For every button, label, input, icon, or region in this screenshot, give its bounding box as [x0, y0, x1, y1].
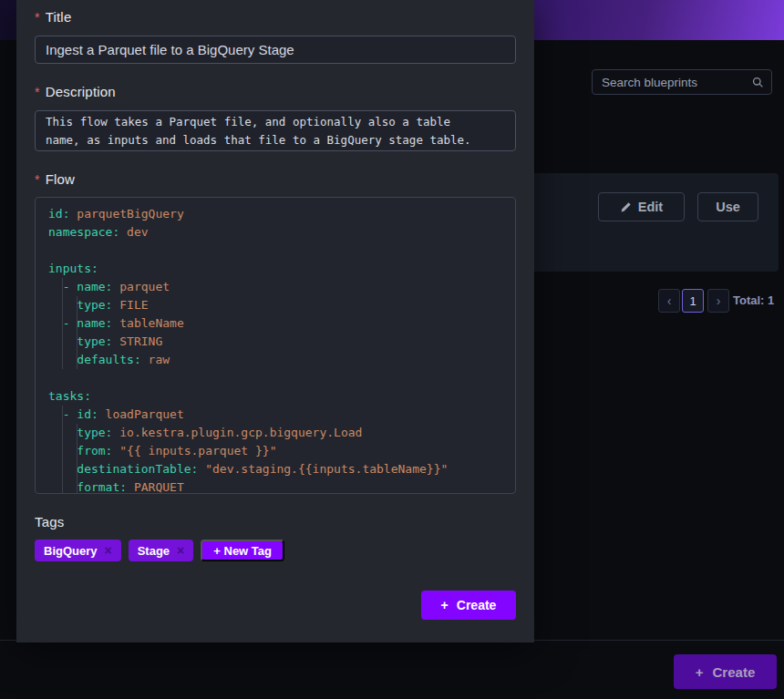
code-line: - name: parquet — [48, 278, 515, 296]
indent-guide — [62, 406, 63, 494]
code-line: id: parquetBigQuery — [48, 205, 515, 223]
flow-label: * Flow — [35, 171, 516, 187]
remove-tag-icon[interactable]: × — [177, 543, 184, 558]
tag-pill-bigquery[interactable]: BigQuery× — [35, 540, 121, 561]
pagination-prev-button[interactable]: ‹ — [658, 289, 680, 313]
tags-row: BigQuery×Stage× + New Tag — [35, 540, 516, 561]
new-tag-button[interactable]: + New Tag — [201, 540, 284, 561]
code-line: namespace: dev — [48, 223, 515, 242]
search-icon — [752, 77, 764, 88]
flow-code-editor[interactable]: id: parquetBigQuerynamespace: dev inputs… — [35, 197, 516, 494]
code-line: defaults: raw — [48, 351, 515, 369]
code-line: inputs: — [48, 260, 515, 278]
plus-icon: + — [696, 664, 704, 680]
tag-label: BigQuery — [44, 544, 98, 558]
description-label: * Description — [35, 84, 516, 99]
code-line: format: PARQUET — [48, 478, 515, 494]
code-line: tasks: — [48, 387, 515, 406]
code-line: - name: tableName — [48, 314, 515, 333]
new-tag-label: + New Tag — [213, 544, 272, 558]
code-line: type: STRING — [48, 333, 515, 351]
search-blueprints-box[interactable] — [592, 69, 772, 95]
required-asterisk: * — [35, 10, 40, 25]
pencil-icon — [620, 201, 632, 213]
tag-label: Stage — [138, 544, 170, 558]
indent-guide — [77, 424, 77, 494]
flow-label-text: Flow — [46, 171, 75, 187]
modal-footer: + Create — [35, 591, 516, 620]
code-line — [48, 369, 515, 387]
description-label-text: Description — [46, 84, 116, 99]
indent-guide — [62, 278, 63, 369]
tags-label-text: Tags — [35, 514, 65, 529]
pagination-page-1[interactable]: 1 — [682, 289, 704, 313]
pagination-total: Total: 1 — [733, 293, 774, 307]
yaml-code: id: parquetBigQuerynamespace: dev inputs… — [48, 205, 515, 494]
search-input[interactable] — [602, 76, 752, 89]
title-input[interactable] — [35, 36, 516, 64]
footer-create-label: Create — [713, 664, 756, 680]
code-line: destinationTable: "dev.staging.{{inputs.… — [48, 460, 515, 478]
pagination-page-label: 1 — [689, 294, 696, 308]
use-button[interactable]: Use — [697, 192, 758, 221]
remove-tag-icon[interactable]: × — [105, 543, 112, 558]
app-screen: Edit Use ‹ 1 › Total: 1 + Create * Title… — [0, 0, 784, 699]
chevron-right-icon: › — [717, 293, 721, 308]
code-line: type: FILE — [48, 296, 515, 314]
required-asterisk: * — [35, 85, 40, 99]
create-button[interactable]: + Create — [421, 591, 516, 620]
chevron-left-icon: ‹ — [667, 293, 672, 308]
code-line — [48, 242, 515, 260]
plus-icon: + — [441, 598, 449, 612]
indent-guide — [77, 296, 77, 369]
create-button-label: Create — [457, 598, 497, 612]
title-label-text: Title — [46, 9, 72, 25]
tag-pill-stage[interactable]: Stage× — [129, 540, 194, 561]
code-line: from: "{{ inputs.parquet }}" — [48, 442, 515, 460]
use-button-label: Use — [716, 200, 740, 214]
tags-label: Tags — [35, 514, 516, 529]
footer-create-button[interactable]: + Create — [674, 654, 777, 689]
code-line: - id: loadParquet — [48, 406, 515, 424]
description-textarea[interactable]: This flow takes a Parquet file, and opti… — [35, 110, 516, 151]
pagination-next-button[interactable]: › — [707, 289, 729, 313]
title-label: * Title — [35, 9, 516, 25]
edit-button-label: Edit — [638, 200, 663, 214]
code-line: type: io.kestra.plugin.gcp.bigquery.Load — [48, 424, 515, 442]
create-blueprint-modal: * Title * Description This flow takes a … — [16, 0, 534, 642]
required-asterisk: * — [35, 172, 40, 187]
edit-button[interactable]: Edit — [598, 192, 685, 221]
